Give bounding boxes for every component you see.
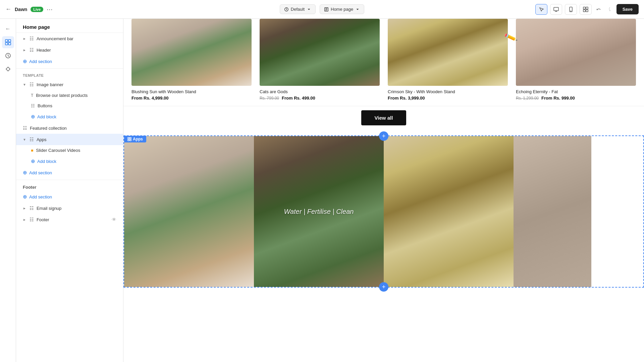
video-card-1 — [124, 136, 254, 287]
sidebar-item-header[interactable]: ► ☷ Header — [16, 44, 123, 56]
topbar: ← Dawn Live ⋯ Default Home page ⤺ ⤹ — [0, 0, 644, 19]
add-below-button[interactable]: + — [379, 282, 388, 292]
footer-add-section-label: Add section — [29, 194, 52, 199]
apps-section: Apps + Water | Fertilise | Clean — [123, 135, 644, 288]
sale-price: From Rs. 499.00 — [282, 96, 315, 101]
video-card-4 — [514, 136, 643, 287]
svg-rect-10 — [8, 40, 11, 42]
add-block-apps-button[interactable]: ⊕ Add block — [16, 156, 123, 167]
save-button[interactable]: Save — [616, 4, 639, 14]
sale-price: From Rs. 999.00 — [541, 96, 575, 101]
expand-icon: ► — [23, 48, 26, 52]
panel-title: Home page — [16, 19, 123, 33]
product-name: Blushing Sun with Wooden Stand — [131, 89, 252, 94]
product-image — [388, 19, 508, 86]
undo-button[interactable]: ⤺ — [594, 4, 603, 14]
live-badge: Live — [31, 7, 43, 12]
footer-item-label: Footer — [37, 217, 49, 222]
original-price: Rs. 799.00 — [260, 96, 279, 101]
rail-back-icon[interactable]: ← — [2, 23, 14, 35]
apps-tab-text: Apps — [133, 137, 143, 141]
select-tool-button[interactable] — [535, 4, 547, 15]
sidebar-item-featured-collection[interactable]: ☷ Featured collection — [16, 122, 123, 134]
theme-name: Dawn — [15, 7, 27, 12]
video-thumbnail-1 — [124, 136, 254, 287]
default-label: Default — [291, 7, 305, 12]
svg-rect-17 — [130, 139, 131, 141]
text-icon: T — [31, 93, 33, 98]
rail-theme-icon[interactable] — [2, 50, 14, 62]
view-all-section: View all — [123, 106, 644, 132]
product-card: Echoing Eternity - Fat Rs. 1,299.00 From… — [512, 19, 640, 101]
grid-icon: ☷ — [30, 36, 34, 41]
add-section-apps-button[interactable]: ⊕ Add section — [16, 167, 123, 178]
svg-rect-11 — [5, 43, 8, 45]
expand-icon: ► — [23, 218, 26, 222]
product-name: Echoing Eternity - Fat — [516, 89, 636, 94]
video-thumbnail-3 — [384, 136, 514, 287]
sidebar-item-slider-carousel[interactable]: ■ Slider Carousel Videos — [16, 145, 123, 156]
sidebar-item-buttons[interactable]: ☷ Buttons — [16, 101, 123, 111]
grid-icon: ☷ — [30, 217, 34, 222]
product-card: Blushing Sun with Wooden Stand From Rs. … — [127, 19, 256, 101]
sidebar-item-browse-text[interactable]: T Browse our latest products — [16, 90, 123, 101]
add-section-top-button[interactable]: ⊕ Add section — [16, 56, 123, 67]
sidebar-item-apps[interactable]: ▼ ☷ Apps — [16, 134, 123, 145]
product-name: Cats are Gods — [260, 89, 380, 94]
back-icon[interactable]: ← — [5, 6, 11, 13]
header-label: Header — [37, 48, 51, 53]
grid-icon: ☷ — [30, 137, 34, 142]
grid-icon: ☷ — [30, 205, 34, 211]
more-options-button[interactable]: ⋯ — [47, 6, 53, 13]
featured-collection-label: Featured collection — [30, 126, 67, 131]
grid-icon: ☷ — [30, 82, 34, 87]
rail-sections-icon[interactable] — [2, 36, 14, 48]
grid-icon: ☷ — [23, 125, 27, 131]
add-block-apps-label: Add block — [37, 159, 56, 164]
grid-view-button[interactable] — [580, 4, 592, 15]
desktop-view-button[interactable] — [550, 4, 562, 15]
svg-rect-7 — [583, 10, 585, 12]
add-circle-icon: ⊕ — [23, 170, 27, 176]
view-all-button[interactable]: View all — [361, 110, 407, 125]
canvas-area: Blushing Sun with Wooden Stand From Rs. … — [123, 19, 644, 362]
mobile-view-button[interactable] — [565, 4, 577, 15]
image-banner-label: Image banner — [37, 82, 63, 87]
add-section-top-label: Add section — [29, 59, 52, 64]
video-thumbnail-4 — [514, 136, 591, 287]
sidebar-item-image-banner[interactable]: ▼ ☷ Image banner — [16, 79, 123, 90]
expand-icon: ▼ — [23, 138, 26, 141]
email-signup-label: Email signup — [37, 206, 61, 211]
page-label: Home page — [331, 7, 353, 12]
video-card-2: Water | Fertilise | Clean — [254, 136, 384, 287]
expand-icon: ▼ — [23, 83, 26, 86]
redo-button[interactable]: ⤹ — [605, 4, 614, 14]
sidebar-item-footer[interactable]: ► ☷ Footer 👁 — [16, 214, 123, 225]
browse-text-label: Browse our latest products — [36, 93, 88, 98]
sidebar-item-announcement-bar[interactable]: ► ☷ Announcement bar — [16, 33, 123, 44]
svg-point-4 — [571, 11, 571, 11]
svg-rect-8 — [586, 10, 588, 12]
slider-carousel-label: Slider Carousel Videos — [36, 148, 80, 153]
apps-section-label: Apps — [124, 136, 146, 142]
page-dropdown[interactable]: Home page — [320, 4, 364, 14]
svg-rect-12 — [8, 43, 11, 45]
footer-add-section-button[interactable]: ⊕ Add section — [16, 191, 123, 202]
add-block-button[interactable]: ⊕ Add block — [16, 111, 123, 122]
video-gallery: Water | Fertilise | Clean — [124, 136, 643, 287]
sidebar-item-email-signup[interactable]: ► ☷ Email signup — [16, 202, 123, 214]
expand-icon: ► — [23, 37, 26, 41]
buttons-label: Buttons — [38, 103, 52, 108]
icon-rail: ← — [0, 19, 16, 362]
add-section-apps-label: Add section — [29, 170, 52, 175]
product-name: Crimson Sky - With Wooden Stand — [388, 89, 508, 94]
add-circle-icon: ⊕ — [31, 158, 35, 164]
default-dropdown[interactable]: Default — [280, 4, 316, 14]
grid-icon: ☷ — [30, 47, 34, 53]
hide-icon: 👁 — [112, 217, 116, 222]
add-above-button[interactable]: + — [379, 131, 388, 141]
rail-apps-icon[interactable] — [2, 63, 14, 75]
template-label: Template — [16, 70, 123, 79]
svg-rect-9 — [5, 40, 8, 42]
slider-icon: ■ — [31, 148, 33, 153]
